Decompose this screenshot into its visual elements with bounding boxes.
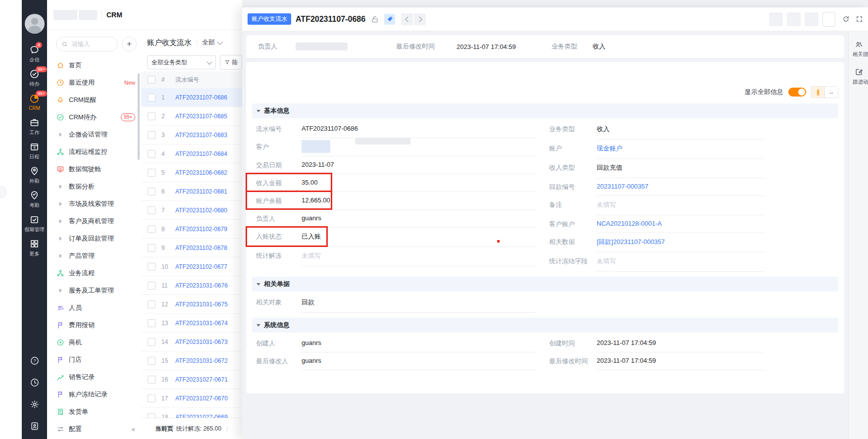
nav-item[interactable]: 市场及线索管理 « xyxy=(47,195,141,212)
nav-item[interactable]: 产品管理 « xyxy=(47,247,141,264)
table-row[interactable]: 10 ATF20231102-0677 xyxy=(141,257,242,276)
row-checkbox[interactable] xyxy=(148,244,155,252)
rail-bottom-button[interactable]: ? xyxy=(22,350,47,372)
collapse-nav-icon[interactable]: « xyxy=(131,425,135,433)
section-header-related[interactable]: 相关单据 xyxy=(252,277,838,292)
table-row[interactable]: 11 ATF20231031-0676 xyxy=(141,276,242,295)
row-checkbox[interactable] xyxy=(148,338,155,346)
table-row[interactable]: 16 ATF20231027-0671 xyxy=(141,370,242,389)
nav-item[interactable]: 账户冻结记录 « xyxy=(47,386,141,403)
filter-button[interactable]: 筛 xyxy=(220,55,242,70)
nav-item[interactable]: 门店 « xyxy=(47,351,141,368)
table-row[interactable]: 13 ATF20231031-0674 xyxy=(141,314,242,333)
row-checkbox[interactable] xyxy=(148,394,155,402)
action-button[interactable] xyxy=(787,12,801,26)
flow-number-link[interactable]: ATF20231102-0680 xyxy=(175,207,227,214)
nav-item[interactable]: 业务流程 « xyxy=(47,264,141,282)
rail-bottom-button[interactable] xyxy=(22,372,47,393)
search-input[interactable] xyxy=(56,37,118,51)
table-row[interactable]: 1 ATF20231107-0686 xyxy=(141,88,242,107)
side-tab[interactable]: 相关团队 xyxy=(849,40,868,58)
add-button[interactable]: + xyxy=(122,37,137,51)
nav-item[interactable]: 人员 « xyxy=(47,299,141,316)
flow-number-link[interactable]: ATF20231031-0674 xyxy=(175,320,228,327)
flow-number-link[interactable]: ATF20231107-0686 xyxy=(175,94,227,101)
field-value[interactable]: 20231107-000357 xyxy=(597,178,764,196)
field-value[interactable]: 现金账户 xyxy=(597,140,764,159)
row-checkbox[interactable] xyxy=(148,188,155,195)
flow-number-link[interactable]: ATF20231031-0672 xyxy=(175,357,228,364)
row-checkbox[interactable] xyxy=(148,169,155,177)
row-checkbox[interactable] xyxy=(148,376,155,384)
section-header-basic[interactable]: 基本信息 xyxy=(252,103,838,118)
field-value[interactable]: 未填写 xyxy=(597,252,764,272)
table-row[interactable]: 14 ATF20231031-0673 xyxy=(141,333,242,351)
nav-item[interactable]: 客户及商机管理 « xyxy=(47,212,141,230)
refresh-icon[interactable] xyxy=(842,15,850,23)
flow-number-link[interactable]: ATF20231102-0677 xyxy=(175,263,227,270)
row-checkbox[interactable] xyxy=(148,94,155,101)
field-value[interactable]: [回款]20231107-000357 xyxy=(597,233,764,252)
nav-item[interactable]: 最近使用 New « xyxy=(47,74,141,91)
field-value[interactable]: NCA20210128-0001-A xyxy=(597,215,764,233)
row-checkbox[interactable] xyxy=(148,282,155,290)
wide-view-button[interactable] xyxy=(825,87,838,98)
nav-item[interactable]: CRM待办 99+ « xyxy=(47,108,141,126)
nav-item[interactable]: 费用报销 « xyxy=(47,316,141,334)
rail-item[interactable]: 假期管理 xyxy=(22,211,47,236)
flow-number-link[interactable]: ATF20231102-0681 xyxy=(175,188,227,195)
nav-item[interactable]: 服务及工单管理 « xyxy=(47,282,141,299)
table-row[interactable]: 2 ATF20231107-0685 xyxy=(141,107,242,126)
nav-item[interactable]: CRM提醒 « xyxy=(47,91,141,108)
row-checkbox[interactable] xyxy=(148,300,155,308)
row-checkbox[interactable] xyxy=(148,131,155,139)
table-row[interactable]: 4 ATF20231107-0684 xyxy=(141,145,242,163)
flow-number-link[interactable]: ATF20231031-0675 xyxy=(175,301,228,308)
flow-number-link[interactable]: ATF20231027-0671 xyxy=(175,376,228,383)
row-checkbox[interactable] xyxy=(148,225,155,233)
action-button[interactable] xyxy=(805,12,818,26)
nav-item[interactable]: 企微会话管理 « xyxy=(47,126,141,143)
side-tab[interactable]: 跟进动态 xyxy=(849,68,868,86)
rail-bottom-button[interactable] xyxy=(22,393,47,415)
select-all-checkbox[interactable] xyxy=(148,76,155,84)
row-checkbox[interactable] xyxy=(148,150,155,158)
prev-record-button[interactable] xyxy=(401,13,413,25)
rail-item[interactable]: 5 日程 xyxy=(22,139,47,163)
show-all-toggle[interactable] xyxy=(788,88,806,97)
flow-number-link[interactable]: ATF20231031-0676 xyxy=(175,282,228,289)
table-row[interactable]: 5 ATF20231106-0682 xyxy=(141,163,242,182)
flow-number-link[interactable]: ATF20231027-0670 xyxy=(175,395,228,402)
flow-number-link[interactable]: ATF20231106-0682 xyxy=(175,169,227,176)
table-row[interactable]: 8 ATF20231102-0679 xyxy=(141,220,242,239)
rail-item[interactable]: 更多 xyxy=(22,236,47,260)
row-checkbox[interactable] xyxy=(148,206,155,214)
flow-number-link[interactable]: ATF20231031-0673 xyxy=(175,339,228,345)
row-checkbox[interactable] xyxy=(148,319,155,327)
action-button[interactable] xyxy=(822,12,835,27)
flow-number-link[interactable]: ATF20231107-0685 xyxy=(175,113,227,120)
unlock-icon[interactable] xyxy=(370,15,379,24)
table-row[interactable]: 17 ATF20231027-0670 xyxy=(141,389,242,408)
scope-dropdown[interactable]: 全部 xyxy=(202,38,222,47)
nav-item[interactable]: 数据驾驶舱 « xyxy=(47,160,141,178)
rail-item[interactable]: 99+ CRM xyxy=(22,90,47,114)
nav-item[interactable]: 首页 « xyxy=(47,56,141,74)
nav-item[interactable]: 流程运维监控 « xyxy=(47,143,141,160)
row-checkbox[interactable] xyxy=(148,357,155,365)
tag-button[interactable] xyxy=(384,14,395,25)
row-checkbox[interactable] xyxy=(148,112,155,120)
table-row[interactable]: 6 ATF20231102-0681 xyxy=(141,182,242,201)
flow-number-link[interactable]: ATF20231102-0678 xyxy=(175,244,227,251)
nav-item[interactable]: 发货单 « xyxy=(47,403,141,420)
rail-bottom-button[interactable] xyxy=(22,415,47,437)
fullscreen-icon[interactable] xyxy=(856,15,863,23)
rail-item[interactable]: 99+ 待办 xyxy=(22,66,47,90)
table-row[interactable]: 9 ATF20231102-0678 xyxy=(141,239,242,257)
table-row[interactable]: 15 ATF20231031-0672 xyxy=(141,351,242,370)
flow-number-link[interactable]: ATF20231107-0684 xyxy=(175,150,227,157)
nav-scrollbar[interactable] xyxy=(138,73,140,160)
search-field[interactable] xyxy=(71,40,112,48)
nav-item[interactable]: 数据分析 « xyxy=(47,178,141,195)
rail-item[interactable]: 考勤 xyxy=(22,187,47,211)
